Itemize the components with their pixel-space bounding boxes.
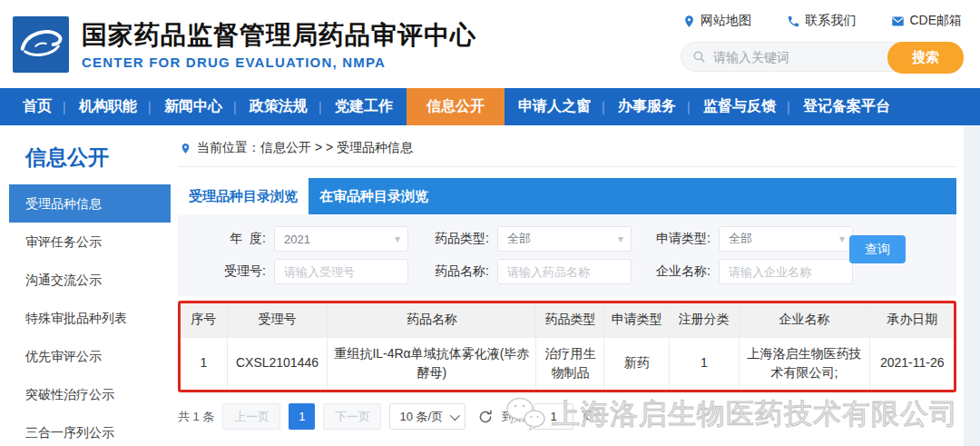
table-header-row: 序号 受理号 药品名称 药品类型 申请类型 注册分类 企业名称 承办日期 bbox=[181, 303, 954, 337]
filter-panel: 年 度: 2021 药品类型: 全部 申请类型: 全部 受理号: 药品名称: 企… bbox=[178, 214, 956, 296]
cde-logo bbox=[13, 16, 69, 73]
nav-item-home[interactable]: 首页 bbox=[9, 88, 65, 125]
site-header: 国家药品监督管理局药品审评中心 CENTER FOR DRUG EVALUATI… bbox=[0, 0, 980, 88]
chevron-down-icon bbox=[450, 410, 460, 420]
drug-type-label: 药品类型: bbox=[408, 231, 497, 247]
drug-type-select[interactable]: 全部 bbox=[497, 226, 632, 252]
nav-item-applicant-window[interactable]: 申请人之窗 bbox=[505, 88, 604, 125]
prev-page-button[interactable]: 上一页 bbox=[222, 403, 280, 430]
sitemap-link[interactable]: 网站地图 bbox=[682, 13, 751, 29]
nav-item-functions[interactable]: 机构职能 bbox=[65, 88, 151, 125]
pagination: 共 1 条 上一页 1 下一页 10 条/页 到第 页 bbox=[178, 403, 956, 430]
phone-icon bbox=[787, 15, 800, 28]
page-size-select[interactable]: 10 条/页 bbox=[389, 403, 466, 430]
tab-bar: 受理品种目录浏览 在审品种目录浏览 bbox=[178, 178, 956, 214]
nav-item-policies[interactable]: 政策法规 bbox=[236, 88, 321, 125]
year-select[interactable]: 2021 bbox=[274, 226, 408, 252]
apply-type-select-value: 全部 bbox=[729, 231, 752, 247]
nav-item-services[interactable]: 办事服务 bbox=[604, 88, 690, 125]
breadcrumb-pin-icon bbox=[180, 143, 191, 154]
apply-type-select[interactable]: 全部 bbox=[719, 226, 853, 252]
sidebar-item-three-in-one[interactable]: 三合一序列公示 bbox=[9, 413, 171, 446]
tab-under-review-catalog[interactable]: 在审品种目录浏览 bbox=[309, 178, 439, 214]
site-title: 国家药品监督管理局药品审评中心 bbox=[82, 19, 476, 51]
cell-reg-class: 1 bbox=[669, 337, 739, 390]
accept-no-label: 受理号: bbox=[200, 263, 274, 280]
cde-mail-link-label: CDE邮箱 bbox=[909, 13, 962, 29]
cell-date: 2021-11-26 bbox=[870, 337, 954, 390]
col-header-apply-type: 申请类型 bbox=[604, 303, 670, 337]
refresh-icon[interactable] bbox=[477, 409, 494, 425]
accept-no-input[interactable] bbox=[274, 259, 408, 284]
col-header-drug-type: 药品类型 bbox=[536, 303, 604, 337]
breadcrumb: 当前位置：信息公开 > > 受理品种信息 bbox=[178, 125, 956, 167]
results-table: 序号 受理号 药品名称 药品类型 申请类型 注册分类 企业名称 承办日期 1 C… bbox=[181, 303, 954, 390]
total-count: 共 1 条 bbox=[178, 409, 214, 425]
sidebar-item-communication[interactable]: 沟通交流公示 bbox=[9, 261, 171, 299]
sidebar-item-review-tasks[interactable]: 审评任务公示 bbox=[9, 223, 171, 261]
col-header-date: 承办日期 bbox=[870, 303, 954, 337]
breadcrumb-text: 当前位置：信息公开 > > 受理品种信息 bbox=[197, 140, 413, 156]
nav-item-party[interactable]: 党建工作 bbox=[321, 88, 407, 125]
nav-item-info-disclosure[interactable]: 信息公开 bbox=[407, 88, 505, 125]
location-pin-icon bbox=[682, 15, 696, 28]
nav-item-news[interactable]: 新闻中心 bbox=[151, 88, 236, 125]
company-input[interactable] bbox=[719, 259, 853, 284]
sidebar-item-special-approval[interactable]: 特殊审批品种列表 bbox=[9, 299, 171, 337]
search-button[interactable]: 搜索 bbox=[887, 42, 964, 74]
col-header-seq: 序号 bbox=[181, 303, 227, 337]
col-header-accept-no: 受理号 bbox=[227, 303, 328, 337]
nav-item-registration-platform[interactable]: 登记备案平台 bbox=[789, 88, 904, 125]
cde-mail-link[interactable]: CDE邮箱 bbox=[891, 13, 962, 29]
sidebar: 信息公开 受理品种信息 审评任务公示 沟通交流公示 特殊审批品种列表 优先审评公… bbox=[9, 125, 171, 446]
next-page-button[interactable]: 下一页 bbox=[323, 403, 381, 430]
nav-item-supervision[interactable]: 监督与反馈 bbox=[690, 88, 789, 125]
contact-us-link-label: 联系我们 bbox=[805, 13, 856, 29]
tab-accepted-catalog[interactable]: 受理品种目录浏览 bbox=[178, 178, 309, 214]
table-row: 1 CXSL2101446 重组抗IL-4Rα单域抗体雾化液(毕赤酵母) 治疗用… bbox=[181, 337, 954, 390]
drug-name-input[interactable] bbox=[497, 259, 632, 284]
sidebar-item-breakthrough-therapy[interactable]: 突破性治疗公示 bbox=[9, 375, 171, 413]
main-nav: 首页 机构职能 新闻中心 政策法规 党建工作 信息公开 申请人之窗 办事服务 监… bbox=[0, 88, 980, 125]
goto-suffix: 页 bbox=[582, 409, 593, 425]
goto-page-input[interactable] bbox=[534, 403, 573, 430]
drug-type-select-value: 全部 bbox=[507, 231, 531, 247]
site-subtitle: CENTER FOR DRUG EVALUATION, NMPA bbox=[82, 55, 476, 70]
results-table-annotation-box: 序号 受理号 药品名称 药品类型 申请类型 注册分类 企业名称 承办日期 1 C… bbox=[178, 301, 956, 392]
col-header-drug-name: 药品名称 bbox=[328, 303, 536, 337]
company-label: 企业名称: bbox=[632, 263, 719, 280]
col-header-reg-class: 注册分类 bbox=[669, 303, 739, 337]
page-size-value: 10 条/页 bbox=[399, 409, 443, 425]
search-icon bbox=[692, 50, 706, 64]
sitemap-link-label: 网站地图 bbox=[701, 13, 751, 29]
main-content: 当前位置：信息公开 > > 受理品种信息 受理品种目录浏览 在审品种目录浏览 年… bbox=[178, 125, 956, 446]
goto-prefix: 到第 bbox=[502, 409, 525, 425]
envelope-icon bbox=[891, 15, 905, 28]
sidebar-item-priority-review[interactable]: 优先审评公示 bbox=[9, 337, 171, 375]
col-header-company: 企业名称 bbox=[739, 303, 870, 337]
year-select-value: 2021 bbox=[284, 233, 310, 246]
cell-drug-type: 治疗用生物制品 bbox=[536, 337, 604, 390]
cde-logo-swoosh-icon bbox=[13, 16, 69, 73]
year-label: 年 度: bbox=[200, 231, 274, 247]
page-right-gutter bbox=[964, 125, 980, 446]
sidebar-item-accepted-varieties[interactable]: 受理品种信息 bbox=[9, 184, 171, 223]
contact-us-link[interactable]: 联系我们 bbox=[787, 13, 856, 29]
cell-apply-type: 新药 bbox=[604, 337, 670, 390]
sidebar-title: 信息公开 bbox=[9, 125, 171, 184]
site-search: 搜索 bbox=[681, 42, 964, 72]
cell-company: 上海洛启生物医药技术有限公司; bbox=[739, 337, 870, 390]
page-1-button[interactable]: 1 bbox=[289, 403, 315, 430]
cell-seq: 1 bbox=[181, 337, 227, 390]
cell-accept-no: CXSL2101446 bbox=[227, 337, 328, 390]
apply-type-label: 申请类型: bbox=[632, 231, 719, 247]
search-input[interactable] bbox=[713, 50, 858, 64]
quick-links: 网站地图 联系我们 CDE邮箱 bbox=[681, 13, 964, 29]
cell-drug-name: 重组抗IL-4Rα单域抗体雾化液(毕赤酵母) bbox=[328, 337, 536, 390]
query-button[interactable]: 查询 bbox=[849, 235, 906, 263]
drug-name-label: 药品名称: bbox=[408, 263, 497, 280]
